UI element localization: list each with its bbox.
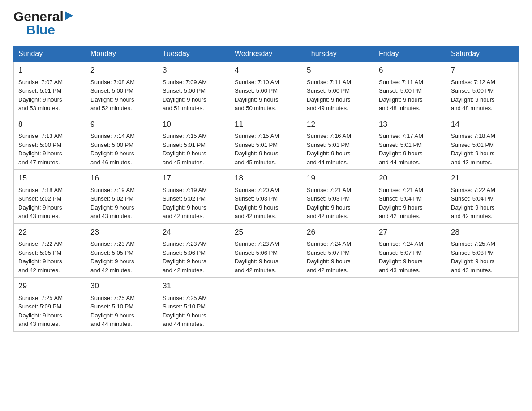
logo: General Blue [13,9,73,38]
calendar-cell: 19 Sunrise: 7:21 AM Sunset: 5:03 PM Dayl… [302,170,374,224]
day-number: 2 [90,64,153,76]
col-header-monday: Monday [86,46,158,62]
day-number: 11 [235,119,297,130]
day-info: Sunrise: 7:24 AM Sunset: 5:07 PM Dayligh… [307,240,369,274]
day-info: Sunrise: 7:21 AM Sunset: 5:03 PM Dayligh… [307,186,369,221]
calendar-cell: 31 Sunrise: 7:25 AM Sunset: 5:10 PM Dayl… [158,278,230,332]
day-info: Sunrise: 7:25 AM Sunset: 5:08 PM Dayligh… [451,240,514,274]
calendar-week-row: 29 Sunrise: 7:25 AM Sunset: 5:09 PM Dayl… [14,278,519,332]
day-info: Sunrise: 7:20 AM Sunset: 5:03 PM Dayligh… [235,186,297,221]
day-number: 6 [379,64,442,76]
calendar-week-row: 8 Sunrise: 7:13 AM Sunset: 5:00 PM Dayli… [14,116,519,170]
calendar-cell [230,278,302,332]
logo-general-text: General [13,9,64,24]
day-info: Sunrise: 7:08 AM Sunset: 5:00 PM Dayligh… [90,78,153,113]
calendar-table: SundayMondayTuesdayWednesdayThursdayFrid… [13,46,519,332]
day-info: Sunrise: 7:14 AM Sunset: 5:00 PM Dayligh… [90,132,153,167]
calendar-cell: 14 Sunrise: 7:18 AM Sunset: 5:01 PM Dayl… [446,116,519,170]
calendar-cell: 18 Sunrise: 7:20 AM Sunset: 5:03 PM Dayl… [230,170,302,224]
day-info: Sunrise: 7:24 AM Sunset: 5:07 PM Dayligh… [379,240,442,274]
day-number: 13 [379,119,442,130]
calendar-cell: 8 Sunrise: 7:13 AM Sunset: 5:00 PM Dayli… [14,116,86,170]
day-number: 29 [18,280,81,292]
day-number: 20 [379,172,442,184]
calendar-cell: 27 Sunrise: 7:24 AM Sunset: 5:07 PM Dayl… [374,223,446,278]
day-number: 15 [18,172,81,184]
calendar-cell: 10 Sunrise: 7:15 AM Sunset: 5:01 PM Dayl… [158,116,230,170]
logo-top-line: General [13,9,73,24]
day-number: 24 [163,227,225,238]
day-info: Sunrise: 7:07 AM Sunset: 5:01 PM Dayligh… [18,78,81,113]
calendar-cell: 20 Sunrise: 7:21 AM Sunset: 5:04 PM Dayl… [374,170,446,224]
day-number: 4 [235,64,297,76]
col-header-sunday: Sunday [14,46,86,62]
calendar-cell [446,278,519,332]
calendar-cell: 5 Sunrise: 7:11 AM Sunset: 5:00 PM Dayli… [302,62,374,116]
day-number: 31 [163,280,225,292]
calendar-cell: 3 Sunrise: 7:09 AM Sunset: 5:00 PM Dayli… [158,62,230,116]
calendar-cell: 24 Sunrise: 7:23 AM Sunset: 5:06 PM Dayl… [158,223,230,278]
calendar-cell [374,278,446,332]
day-number: 1 [18,64,81,76]
calendar-week-row: 22 Sunrise: 7:22 AM Sunset: 5:05 PM Dayl… [14,223,519,278]
day-number: 28 [451,227,514,238]
day-info: Sunrise: 7:19 AM Sunset: 5:02 PM Dayligh… [163,186,225,221]
day-number: 16 [90,172,153,184]
calendar-cell: 6 Sunrise: 7:11 AM Sunset: 5:00 PM Dayli… [374,62,446,116]
col-header-tuesday: Tuesday [158,46,230,62]
day-info: Sunrise: 7:23 AM Sunset: 5:05 PM Dayligh… [90,240,153,274]
day-number: 30 [90,280,153,292]
day-number: 8 [18,119,81,130]
calendar-cell: 1 Sunrise: 7:07 AM Sunset: 5:01 PM Dayli… [14,62,86,116]
col-header-wednesday: Wednesday [230,46,302,62]
calendar-week-row: 15 Sunrise: 7:18 AM Sunset: 5:02 PM Dayl… [14,170,519,224]
day-info: Sunrise: 7:12 AM Sunset: 5:00 PM Dayligh… [451,78,514,113]
day-number: 5 [307,64,369,76]
logo-blue-text: Blue [26,22,55,38]
day-number: 22 [18,227,81,238]
day-info: Sunrise: 7:13 AM Sunset: 5:00 PM Dayligh… [18,132,81,167]
calendar-cell: 23 Sunrise: 7:23 AM Sunset: 5:05 PM Dayl… [86,223,158,278]
svg-marker-0 [65,11,73,20]
day-number: 12 [307,119,369,130]
day-number: 17 [163,172,225,184]
day-info: Sunrise: 7:23 AM Sunset: 5:06 PM Dayligh… [235,240,297,274]
day-info: Sunrise: 7:18 AM Sunset: 5:02 PM Dayligh… [18,186,81,221]
calendar-cell: 25 Sunrise: 7:23 AM Sunset: 5:06 PM Dayl… [230,223,302,278]
day-info: Sunrise: 7:18 AM Sunset: 5:01 PM Dayligh… [451,132,514,167]
calendar-cell: 11 Sunrise: 7:15 AM Sunset: 5:01 PM Dayl… [230,116,302,170]
calendar-cell: 9 Sunrise: 7:14 AM Sunset: 5:00 PM Dayli… [86,116,158,170]
calendar-cell: 15 Sunrise: 7:18 AM Sunset: 5:02 PM Dayl… [14,170,86,224]
calendar-week-row: 1 Sunrise: 7:07 AM Sunset: 5:01 PM Dayli… [14,62,519,116]
calendar-cell: 12 Sunrise: 7:16 AM Sunset: 5:01 PM Dayl… [302,116,374,170]
calendar-cell: 29 Sunrise: 7:25 AM Sunset: 5:09 PM Dayl… [14,278,86,332]
day-info: Sunrise: 7:25 AM Sunset: 5:10 PM Dayligh… [163,294,225,329]
calendar-cell: 13 Sunrise: 7:17 AM Sunset: 5:01 PM Dayl… [374,116,446,170]
day-info: Sunrise: 7:22 AM Sunset: 5:04 PM Dayligh… [451,186,514,221]
col-header-thursday: Thursday [302,46,374,62]
day-info: Sunrise: 7:25 AM Sunset: 5:10 PM Dayligh… [90,294,153,329]
calendar-header-row: SundayMondayTuesdayWednesdayThursdayFrid… [14,46,519,62]
day-info: Sunrise: 7:15 AM Sunset: 5:01 PM Dayligh… [163,132,225,167]
day-info: Sunrise: 7:23 AM Sunset: 5:06 PM Dayligh… [163,240,225,274]
day-info: Sunrise: 7:15 AM Sunset: 5:01 PM Dayligh… [235,132,297,167]
day-info: Sunrise: 7:21 AM Sunset: 5:04 PM Dayligh… [379,186,442,221]
calendar-cell: 16 Sunrise: 7:19 AM Sunset: 5:02 PM Dayl… [86,170,158,224]
day-number: 27 [379,227,442,238]
day-info: Sunrise: 7:11 AM Sunset: 5:00 PM Dayligh… [379,78,442,113]
calendar-cell: 7 Sunrise: 7:12 AM Sunset: 5:00 PM Dayli… [446,62,519,116]
calendar-cell: 22 Sunrise: 7:22 AM Sunset: 5:05 PM Dayl… [14,223,86,278]
calendar-cell: 26 Sunrise: 7:24 AM Sunset: 5:07 PM Dayl… [302,223,374,278]
day-number: 7 [451,64,514,76]
day-info: Sunrise: 7:19 AM Sunset: 5:02 PM Dayligh… [90,186,153,221]
logo-triangle-icon [65,11,73,22]
page-header: General Blue [13,9,519,38]
calendar-cell: 4 Sunrise: 7:10 AM Sunset: 5:00 PM Dayli… [230,62,302,116]
day-number: 18 [235,172,297,184]
day-info: Sunrise: 7:11 AM Sunset: 5:00 PM Dayligh… [307,78,369,113]
day-number: 23 [90,227,153,238]
day-number: 25 [235,227,297,238]
calendar-cell: 21 Sunrise: 7:22 AM Sunset: 5:04 PM Dayl… [446,170,519,224]
day-number: 10 [163,119,225,130]
calendar-cell: 17 Sunrise: 7:19 AM Sunset: 5:02 PM Dayl… [158,170,230,224]
